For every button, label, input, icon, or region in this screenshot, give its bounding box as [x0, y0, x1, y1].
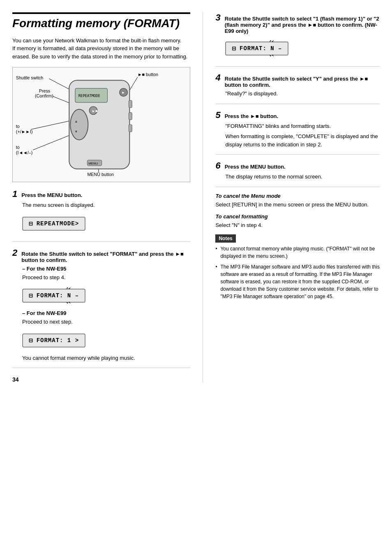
- svg-text:►■ button: ►■ button: [138, 72, 158, 77]
- right-column: 3 Rotate the Shuttle switch to select "1…: [203, 12, 380, 383]
- svg-text:(I◄◄/–): (I◄◄/–): [16, 150, 32, 155]
- page: Formatting memory (FORMAT) You can use y…: [0, 0, 392, 395]
- cancel-formatting-heading: To cancel formatting: [215, 213, 380, 220]
- intro-text: You can use your Network Walkman to form…: [12, 37, 190, 61]
- step-1-heading: Press the MENU button.: [21, 192, 82, 198]
- lcd-nwe95-text: FORMAT: N ↗↙ ↘↖: [37, 292, 71, 299]
- svg-text:to: to: [16, 145, 20, 150]
- step-5-line-1: "FORMATTING" blinks and formatting start…: [225, 123, 331, 129]
- step-5-number: 5: [215, 110, 220, 120]
- step-2-block: 2 Rotate the Shuttle switch to select "F…: [12, 248, 190, 368]
- step-5-block: 5 Press the ►■ button. "FORMATTING" blin…: [215, 110, 380, 155]
- notes-section: Notes You cannot format memory while pla…: [215, 234, 380, 300]
- lcd-nwe95-dash: –: [71, 292, 79, 299]
- lcd-nwe99-icon: ⊟: [29, 336, 33, 345]
- intro-line-1: You can use your Network Walkman to form…: [12, 37, 181, 44]
- step-4-heading: Rotate the Shuttle switch to select "Y" …: [225, 76, 380, 88]
- lcd-nwe99-display: ⊟ FORMAT: 1 >: [22, 333, 85, 347]
- step-5-content-2: When formatting is complete, "COMPLETE" …: [225, 132, 380, 148]
- step-5-content-1: "FORMATTING" blinks and formatting start…: [225, 122, 380, 130]
- lcd-nwe95: ⊟ FORMAT: N ↗↙ ↘↖ –: [22, 281, 190, 308]
- lcd-step3-text: FORMAT: N ↗↙ ↘↖: [240, 45, 274, 52]
- notes-label: Notes: [215, 234, 235, 243]
- svg-line-7: [31, 120, 71, 130]
- lcd-step3-icon: ⊟: [232, 44, 236, 53]
- svg-rect-27: [129, 100, 132, 108]
- svg-line-10: [33, 135, 71, 150]
- note-item-1: You cannot format memory while playing m…: [215, 245, 380, 260]
- step-6-heading: Press the MENU button.: [225, 164, 286, 170]
- step-4-block: 4 Rotate the Shuttle switch to select "Y…: [215, 72, 380, 104]
- step-3-number: 3: [215, 12, 220, 23]
- step-6-content: The display returns to the normal screen…: [225, 173, 380, 181]
- step-2-heading: Rotate the Shuttle switch to select "FOR…: [21, 251, 190, 263]
- left-column: Formatting memory (FORMAT) You can use y…: [12, 12, 203, 383]
- device-illustration: Shuttle switch Press (Confirm) to (+/►►I…: [12, 67, 190, 182]
- step-4-number: 4: [215, 72, 220, 83]
- sub-heading-nwe95: – For the NW-E95: [22, 266, 190, 272]
- step-1-block: 1 Press the MENU button. The menu screen…: [12, 189, 190, 242]
- lcd-step3-display: ⊟ FORMAT: N ↗↙ ↘↖ –: [225, 42, 288, 56]
- svg-rect-28: [129, 113, 132, 120]
- svg-text:►: ►: [122, 91, 125, 95]
- svg-rect-29: [129, 125, 132, 132]
- svg-text:(Confirm): (Confirm): [35, 94, 53, 99]
- svg-line-12: [129, 77, 138, 90]
- cancel-formatting-text: Select "N" in step 4.: [215, 221, 380, 229]
- svg-text:▼: ▼: [74, 130, 78, 134]
- step-4-content: "Really?" is displayed.: [225, 90, 380, 98]
- lcd-text: REPEATMODE>: [37, 220, 79, 227]
- svg-text:to: to: [16, 124, 20, 129]
- svg-text:▲: ▲: [74, 119, 78, 123]
- note-item-2: The MP3 File Manager software and MP3 au…: [215, 263, 380, 300]
- svg-point-18: [70, 109, 88, 140]
- svg-text:(+/►►I): (+/►►I): [16, 129, 33, 134]
- lcd-nwe95-display: ⊟ FORMAT: N ↗↙ ↘↖ –: [22, 289, 85, 303]
- lcd-nwe95-icon: ⊟: [29, 292, 33, 300]
- cancel-menu-heading: To cancel the Menu mode: [215, 193, 380, 199]
- step-2-number: 2: [12, 248, 17, 258]
- cancel-menu-section: To cancel the Menu mode Select [RETURN] …: [215, 193, 380, 209]
- cancel-formatting-section: To cancel formatting Select "N" in step …: [215, 213, 380, 229]
- cancel-menu-text: Select [RETURN] in the menu screen or pr…: [215, 201, 380, 209]
- lcd-step3-dash: –: [274, 45, 282, 52]
- step-2-footer: You cannot format memory while playing m…: [22, 354, 190, 362]
- svg-text:MENU button: MENU button: [87, 172, 114, 177]
- notes-list: You cannot format memory while playing m…: [215, 245, 380, 300]
- sub-content-nwe95: Proceed to step 4.: [22, 273, 190, 282]
- svg-text:Press: Press: [39, 88, 51, 93]
- step-3-heading: Rotate the Shuttle switch to select "1 (…: [225, 16, 380, 34]
- svg-text:MENU: MENU: [88, 162, 98, 165]
- device-diagram: Shuttle switch Press (Confirm) to (+/►►I…: [13, 67, 190, 182]
- intro-line-2: If memory is formatted, all data previou…: [12, 45, 187, 60]
- lcd-nwe99-text: FORMAT: 1 >: [37, 337, 79, 344]
- step-6-block: 6 Press the MENU button. The display ret…: [215, 160, 380, 187]
- step-1-lcd: ⊟ REPEATMODE>: [22, 209, 190, 236]
- step-5-line-2: When formatting is complete, "COMPLETE" …: [225, 133, 378, 148]
- svg-text:►■: ►■: [92, 109, 97, 113]
- sub-heading-nwe99: – For the NW-E99: [22, 310, 190, 316]
- step-1-content: The menu screen is displayed.: [22, 201, 190, 209]
- step-1-lcd-display: ⊟ REPEATMODE>: [22, 217, 85, 231]
- step-5-heading: Press the ►■ button.: [225, 113, 279, 119]
- sub-content-nwe99: Proceed to next step.: [22, 318, 190, 326]
- lcd-step3: ⊟ FORMAT: N ↗↙ ↘↖ –: [225, 34, 380, 60]
- page-title: Formatting memory (FORMAT): [12, 12, 190, 30]
- step-3-block: 3 Rotate the Shuttle switch to select "1…: [215, 12, 380, 67]
- step-1-number: 1: [12, 189, 17, 199]
- step-6-number: 6: [215, 160, 220, 171]
- lcd-nwe99: ⊟ FORMAT: 1 >: [22, 326, 190, 352]
- svg-text:REPEATMODE: REPEATMODE: [78, 94, 100, 98]
- lcd-icon: ⊟: [29, 220, 33, 228]
- page-number: 34: [12, 376, 190, 383]
- svg-text:Shuttle switch: Shuttle switch: [16, 75, 43, 80]
